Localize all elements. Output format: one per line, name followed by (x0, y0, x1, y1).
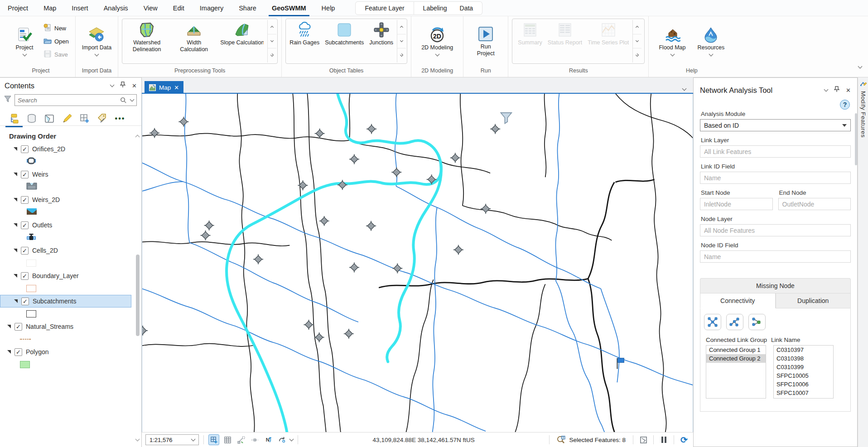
expander-icon[interactable] (14, 198, 17, 202)
pin-icon[interactable] (834, 86, 839, 94)
menu-geoswmm[interactable]: GeoSWMM (264, 0, 314, 16)
show-all-connections-button[interactable] (704, 314, 721, 330)
menu-help[interactable]: Help (314, 0, 343, 16)
contents-tab-labeling[interactable] (96, 113, 108, 125)
list-item[interactable]: SFPC10006 (774, 380, 833, 389)
expander-icon[interactable] (14, 274, 17, 278)
list-item[interactable]: Connected Group 1 (706, 346, 766, 354)
connected-group-list[interactable]: Connected Group 1 Connected Group 2 (706, 345, 766, 399)
scroll-down-button[interactable] (633, 34, 641, 49)
map-tab[interactable]: Map ✕ (145, 81, 183, 94)
layer-checkbox[interactable]: ✓ (21, 221, 29, 229)
scale-combobox[interactable]: 1:21,576 (145, 434, 199, 445)
layer-checkbox[interactable]: ✓ (21, 145, 29, 153)
layer-checkbox[interactable]: ✓ (21, 196, 29, 204)
expander-icon[interactable] (7, 350, 11, 354)
layer-row-boundary-layer[interactable]: ✓ Boundary_Layer (0, 269, 141, 282)
summary-button[interactable]: Summary (515, 20, 545, 62)
import-data-button[interactable]: Import Data (79, 25, 114, 58)
menu-share[interactable]: Share (231, 0, 264, 16)
scroll-up-icon[interactable] (135, 135, 140, 139)
contents-scrollbar[interactable] (135, 133, 140, 442)
rotate-view-button[interactable] (276, 434, 287, 445)
coordinate-readout[interactable]: 43,109,824.88E 38,142,461.57N ftUS (303, 437, 545, 443)
contents-tab-drawing-order[interactable] (8, 113, 20, 125)
clear-selection-button[interactable] (638, 434, 649, 445)
scrollbar-thumb[interactable] (136, 255, 140, 336)
link-layer-input[interactable] (700, 145, 851, 158)
menu-insert[interactable]: Insert (64, 0, 96, 16)
list-item[interactable]: C0310397 (774, 346, 833, 354)
panel-menu-chevron-icon[interactable] (824, 87, 829, 92)
network-panel-scrollbar[interactable] (855, 113, 857, 165)
modify-features-tab[interactable]: Modify Features (858, 79, 868, 138)
new-button[interactable]: New (41, 23, 72, 34)
outlet-symbol[interactable] (26, 233, 36, 242)
contents-tab-selection[interactable] (43, 113, 55, 125)
polygon-symbol[interactable] (20, 361, 30, 368)
expander-icon[interactable] (14, 173, 17, 176)
layer-row-subcatchments[interactable]: ✓ Subcatchments (0, 295, 131, 308)
list-item[interactable]: C0310398 (774, 354, 833, 363)
trace-connection-button[interactable] (726, 314, 743, 330)
menu-project[interactable]: Project (0, 0, 36, 16)
layer-row-natural-streams[interactable]: ✓ Natural_Streams (0, 320, 141, 333)
map-canvas[interactable] (142, 94, 693, 432)
menu-analysis[interactable]: Analysis (96, 0, 136, 16)
scroll-up-button[interactable] (268, 20, 276, 34)
orifice-symbol[interactable] (26, 157, 36, 166)
save-button[interactable]: Save (41, 49, 72, 60)
link-id-field-input[interactable] (700, 172, 851, 184)
scroll-down-button[interactable] (268, 34, 276, 49)
list-item-selected[interactable]: Connected Group 2 (706, 354, 766, 363)
pause-drawing-button[interactable] (658, 434, 669, 445)
layer-checkbox[interactable]: ✓ (21, 298, 29, 305)
menu-imagery[interactable]: Imagery (192, 0, 231, 16)
menu-edit[interactable]: Edit (165, 0, 192, 16)
expander-icon[interactable] (14, 223, 17, 227)
contents-tab-snapping[interactable] (79, 113, 91, 125)
close-map-tab-icon[interactable]: ✕ (174, 84, 179, 91)
help-button[interactable]: ? (840, 100, 850, 110)
expand-gallery-button[interactable] (397, 48, 406, 62)
rain-gages-button[interactable]: Rain Gages (287, 20, 322, 62)
expander-icon[interactable] (14, 299, 18, 303)
end-node-input[interactable] (778, 198, 851, 210)
start-node-input[interactable] (700, 198, 773, 210)
time-series-plot-button[interactable]: Time Series Plot (585, 20, 632, 62)
search-options-chevron-icon[interactable] (130, 97, 135, 102)
menu-map[interactable]: Map (36, 0, 64, 16)
expander-icon[interactable] (14, 249, 17, 252)
slope-calculation-button[interactable]: Slope Calculation (217, 20, 266, 62)
weir-2d-symbol[interactable] (26, 208, 37, 217)
natural-streams-symbol[interactable] (20, 339, 31, 340)
layer-row-outlets[interactable]: ✓ Outlets (0, 219, 141, 231)
layer-row-orifices-2d[interactable]: ✓ Orifices_2D (0, 143, 141, 155)
layer-checkbox[interactable]: ✓ (21, 247, 29, 255)
duplication-tab[interactable]: Duplication (776, 293, 851, 308)
expand-gallery-button[interactable] (268, 48, 276, 62)
filter-funnel-icon[interactable] (4, 95, 12, 105)
expander-icon[interactable] (14, 147, 17, 151)
north-arrow-button[interactable]: N (263, 434, 274, 445)
status-tools-chevron-icon[interactable] (289, 437, 294, 442)
scroll-up-button[interactable] (397, 20, 406, 34)
scroll-up-button[interactable] (633, 20, 641, 34)
flood-map-button[interactable]: Flood Map (656, 25, 688, 58)
node-id-field-input[interactable] (700, 250, 851, 263)
select-node-links-button[interactable] (748, 314, 766, 330)
tab-list-chevron-icon[interactable] (682, 87, 687, 91)
project-button[interactable]: Project (10, 25, 39, 58)
analysis-module-dropdown[interactable]: Based on ID (700, 119, 851, 131)
scroll-down-button[interactable] (397, 34, 406, 49)
tab-data[interactable]: Data (453, 5, 480, 12)
boundary-layer-symbol[interactable] (26, 285, 36, 292)
layer-checkbox[interactable]: ✓ (21, 171, 29, 178)
layer-row-polygon[interactable]: ✓ Polygon (0, 346, 141, 358)
link-name-list[interactable]: C0310397 C0310398 C0310399 SFPC10005 SFP… (773, 345, 834, 399)
contents-search-input[interactable] (18, 97, 120, 104)
watershed-delineation-button[interactable]: Watershed Delineation (123, 20, 170, 62)
cells-2d-symbol[interactable] (26, 260, 36, 267)
width-calculation-button[interactable]: Width Calculation (170, 20, 217, 62)
list-item[interactable]: SFPC10005 (774, 371, 833, 380)
